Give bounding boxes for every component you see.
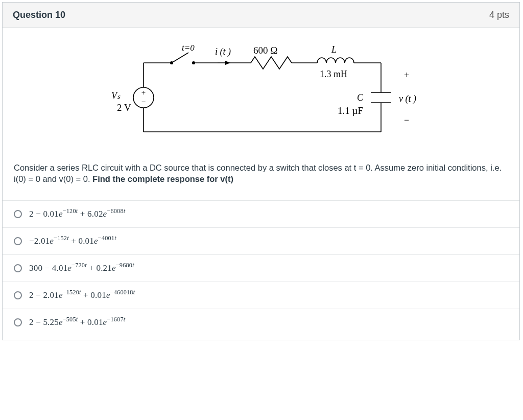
svg-line-3 [172, 53, 188, 63]
question-prompt: Consider a series RLC circuit with a DC … [14, 162, 508, 185]
switch-label: t=0 [182, 43, 195, 53]
resistor-value: 600 Ω [253, 45, 277, 56]
source-value: 2 V [117, 102, 131, 113]
question-title: Question 10 [13, 10, 65, 20]
option-text: 2 − 0.01e−120t + 6.02e−6008t [29, 209, 125, 219]
question-card: Question 10 4 pts [2, 2, 520, 340]
inductor-value: 1.3 mH [320, 69, 347, 79]
answer-options: 2 − 0.01e−120t + 6.02e−6008t −2.01e−152t… [3, 200, 519, 336]
v-label: v (t ) [399, 94, 416, 104]
radio-icon [14, 237, 22, 245]
circuit-diagram: + − t=0 i (t ) 600 Ω L 1.3 mH Vₛ 2 V C 1… [14, 42, 508, 145]
source-label: Vₛ [111, 90, 121, 101]
answer-option[interactable]: 2 − 5.25e−505t + 0.01e−1607t [3, 309, 519, 336]
radio-icon [14, 291, 22, 299]
svg-point-4 [171, 62, 173, 64]
cap-label: C [357, 92, 364, 103]
v-minus: − [404, 115, 409, 125]
circuit-svg: + − t=0 i (t ) 600 Ω L 1.3 mH Vₛ 2 V C 1… [98, 42, 424, 145]
svg-text:+: + [141, 88, 146, 97]
option-text: 300 − 4.01e−720t + 0.21e−9680t [29, 263, 134, 273]
question-body: + − t=0 i (t ) 600 Ω L 1.3 mH Vₛ 2 V C 1… [3, 28, 519, 340]
prompt-bold: Find the complete response for v(t) [92, 174, 233, 183]
option-text: −2.01e−152t + 0.01e−4001t [29, 236, 116, 246]
radio-icon [14, 318, 22, 326]
prompt-text: Consider a series RLC circuit with a DC … [14, 163, 502, 183]
option-text: 2 − 2.01e−1520t + 0.01e−460018t [29, 290, 135, 300]
svg-text:−: − [141, 98, 146, 106]
answer-option[interactable]: 2 − 2.01e−1520t + 0.01e−460018t [3, 282, 519, 309]
svg-marker-8 [225, 61, 230, 65]
current-label: i (t ) [215, 46, 231, 57]
cap-value: 1.1 µF [338, 105, 363, 116]
question-header: Question 10 4 pts [3, 3, 519, 28]
option-text: 2 − 5.25e−505t + 0.01e−1607t [29, 317, 125, 328]
v-plus: + [404, 70, 409, 80]
radio-icon [14, 264, 22, 272]
answer-option[interactable]: 2 − 0.01e−120t + 6.02e−6008t [3, 200, 519, 227]
radio-icon [14, 210, 22, 218]
question-points: 4 pts [489, 10, 509, 20]
answer-option[interactable]: 300 − 4.01e−720t + 0.21e−9680t [3, 254, 519, 282]
inductor-label: L [331, 44, 337, 55]
answer-option[interactable]: −2.01e−152t + 0.01e−4001t [3, 227, 519, 254]
